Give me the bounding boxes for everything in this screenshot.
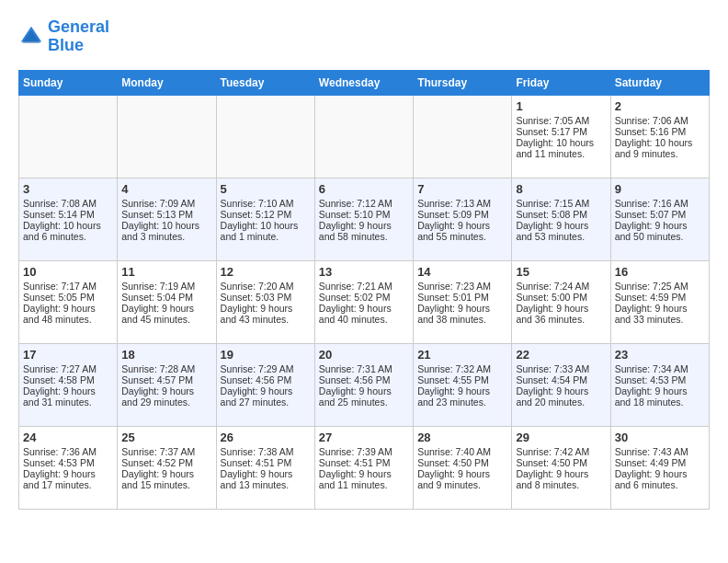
page-header: General Blue	[18, 18, 710, 55]
day-number: 23	[615, 348, 705, 362]
day-number: 22	[516, 348, 606, 362]
day-info: Daylight: 9 hours and 58 minutes.	[319, 220, 409, 242]
day-cell: 23Sunrise: 7:34 AMSunset: 4:53 PMDayligh…	[610, 343, 709, 426]
day-number: 10	[23, 265, 113, 279]
day-info: Sunrise: 7:09 AM	[121, 198, 211, 209]
day-info: Daylight: 10 hours and 9 minutes.	[615, 137, 705, 159]
header-cell-thursday: Thursday	[414, 70, 512, 95]
day-number: 17	[23, 348, 113, 362]
day-number: 4	[121, 182, 211, 196]
day-info: Sunrise: 7:28 AM	[121, 363, 211, 374]
day-info: Sunrise: 7:37 AM	[121, 446, 211, 457]
day-info: Sunset: 5:05 PM	[23, 292, 113, 303]
day-number: 2	[615, 99, 705, 113]
day-info: Sunrise: 7:05 AM	[516, 115, 606, 126]
day-info: Sunset: 4:53 PM	[615, 374, 705, 385]
day-info: Sunrise: 7:33 AM	[516, 363, 606, 374]
day-cell: 18Sunrise: 7:28 AMSunset: 4:57 PMDayligh…	[118, 343, 216, 426]
week-row-3: 10Sunrise: 7:17 AMSunset: 5:05 PMDayligh…	[19, 260, 710, 343]
day-info: Daylight: 9 hours and 55 minutes.	[417, 220, 507, 242]
day-info: Sunset: 5:08 PM	[516, 209, 606, 220]
logo-icon	[18, 24, 44, 50]
day-cell: 19Sunrise: 7:29 AMSunset: 4:56 PMDayligh…	[216, 343, 314, 426]
day-info: Sunrise: 7:42 AM	[516, 446, 606, 457]
day-cell	[216, 95, 314, 178]
day-info: Sunset: 5:03 PM	[221, 292, 311, 303]
day-cell: 15Sunrise: 7:24 AMSunset: 5:00 PMDayligh…	[512, 260, 610, 343]
day-info: Daylight: 9 hours and 17 minutes.	[23, 468, 113, 490]
day-number: 1	[516, 99, 606, 113]
day-cell: 1Sunrise: 7:05 AMSunset: 5:17 PMDaylight…	[512, 95, 610, 178]
day-info: Sunrise: 7:10 AM	[221, 198, 311, 209]
header-cell-wednesday: Wednesday	[314, 70, 413, 95]
day-cell: 22Sunrise: 7:33 AMSunset: 4:54 PMDayligh…	[512, 343, 610, 426]
logo-text-line1: General	[48, 18, 109, 37]
header-cell-tuesday: Tuesday	[216, 70, 314, 95]
day-info: Sunset: 4:53 PM	[23, 457, 113, 468]
day-cell: 13Sunrise: 7:21 AMSunset: 5:02 PMDayligh…	[314, 260, 413, 343]
day-info: Sunset: 4:50 PM	[417, 457, 507, 468]
day-info: Daylight: 10 hours and 6 minutes.	[23, 220, 113, 242]
day-info: Sunset: 5:16 PM	[615, 126, 705, 137]
day-number: 25	[121, 431, 211, 444]
calendar-header: SundayMondayTuesdayWednesdayThursdayFrid…	[19, 70, 710, 95]
day-info: Daylight: 9 hours and 43 minutes.	[221, 303, 311, 325]
day-info: Daylight: 9 hours and 48 minutes.	[23, 303, 113, 325]
week-row-5: 24Sunrise: 7:36 AMSunset: 4:53 PMDayligh…	[19, 426, 710, 509]
day-info: Sunrise: 7:21 AM	[319, 281, 409, 292]
day-info: Daylight: 9 hours and 8 minutes.	[516, 468, 606, 490]
day-cell: 26Sunrise: 7:38 AMSunset: 4:51 PMDayligh…	[216, 426, 314, 509]
day-number: 30	[615, 431, 705, 444]
day-number: 20	[319, 348, 409, 362]
day-cell: 2Sunrise: 7:06 AMSunset: 5:16 PMDaylight…	[610, 95, 709, 178]
day-number: 11	[121, 265, 211, 279]
day-info: Sunrise: 7:19 AM	[121, 281, 211, 292]
day-info: Sunset: 5:09 PM	[417, 209, 507, 220]
day-info: Sunrise: 7:12 AM	[319, 198, 409, 209]
day-number: 18	[121, 348, 211, 362]
day-info: Daylight: 9 hours and 50 minutes.	[615, 220, 705, 242]
day-info: Daylight: 9 hours and 15 minutes.	[121, 468, 211, 490]
day-number: 27	[319, 431, 409, 444]
day-info: Sunset: 4:51 PM	[319, 457, 409, 468]
day-info: Daylight: 9 hours and 11 minutes.	[319, 468, 409, 490]
logo-text-line2: Blue	[48, 37, 109, 55]
day-cell: 17Sunrise: 7:27 AMSunset: 4:58 PMDayligh…	[19, 343, 118, 426]
day-info: Sunset: 5:02 PM	[319, 292, 409, 303]
day-info: Sunset: 5:07 PM	[615, 209, 705, 220]
day-info: Sunset: 4:50 PM	[516, 457, 606, 468]
day-info: Sunrise: 7:39 AM	[319, 446, 409, 457]
day-info: Sunrise: 7:16 AM	[615, 198, 705, 209]
day-info: Sunset: 4:55 PM	[417, 374, 507, 385]
day-info: Daylight: 9 hours and 27 minutes.	[221, 385, 311, 408]
day-info: Sunrise: 7:08 AM	[23, 198, 113, 209]
day-info: Sunset: 5:14 PM	[23, 209, 113, 220]
day-info: Sunset: 4:56 PM	[221, 374, 311, 385]
day-info: Sunrise: 7:06 AM	[615, 115, 705, 126]
day-cell	[19, 95, 118, 178]
week-row-4: 17Sunrise: 7:27 AMSunset: 4:58 PMDayligh…	[19, 343, 710, 426]
day-info: Sunset: 5:10 PM	[319, 209, 409, 220]
day-number: 13	[319, 265, 409, 279]
day-cell: 16Sunrise: 7:25 AMSunset: 4:59 PMDayligh…	[610, 260, 709, 343]
day-cell: 10Sunrise: 7:17 AMSunset: 5:05 PMDayligh…	[19, 260, 118, 343]
day-cell: 7Sunrise: 7:13 AMSunset: 5:09 PMDaylight…	[414, 178, 512, 260]
day-info: Sunset: 5:12 PM	[221, 209, 311, 220]
day-info: Sunrise: 7:40 AM	[417, 446, 507, 457]
day-cell: 20Sunrise: 7:31 AMSunset: 4:56 PMDayligh…	[314, 343, 413, 426]
calendar-body: 1Sunrise: 7:05 AMSunset: 5:17 PMDaylight…	[19, 95, 710, 509]
calendar-table: SundayMondayTuesdayWednesdayThursdayFrid…	[18, 70, 710, 510]
day-info: Sunset: 4:52 PM	[121, 457, 211, 468]
day-cell: 25Sunrise: 7:37 AMSunset: 4:52 PMDayligh…	[118, 426, 216, 509]
day-cell: 21Sunrise: 7:32 AMSunset: 4:55 PMDayligh…	[414, 343, 512, 426]
day-info: Daylight: 10 hours and 1 minute.	[221, 220, 311, 242]
day-info: Sunrise: 7:15 AM	[516, 198, 606, 209]
day-number: 12	[221, 265, 311, 279]
day-info: Sunset: 4:54 PM	[516, 374, 606, 385]
day-info: Daylight: 9 hours and 25 minutes.	[319, 385, 409, 408]
header-row: SundayMondayTuesdayWednesdayThursdayFrid…	[19, 70, 710, 95]
day-info: Daylight: 9 hours and 33 minutes.	[615, 303, 705, 325]
day-info: Daylight: 10 hours and 11 minutes.	[516, 137, 606, 159]
day-info: Daylight: 9 hours and 6 minutes.	[615, 468, 705, 490]
day-cell: 11Sunrise: 7:19 AMSunset: 5:04 PMDayligh…	[118, 260, 216, 343]
